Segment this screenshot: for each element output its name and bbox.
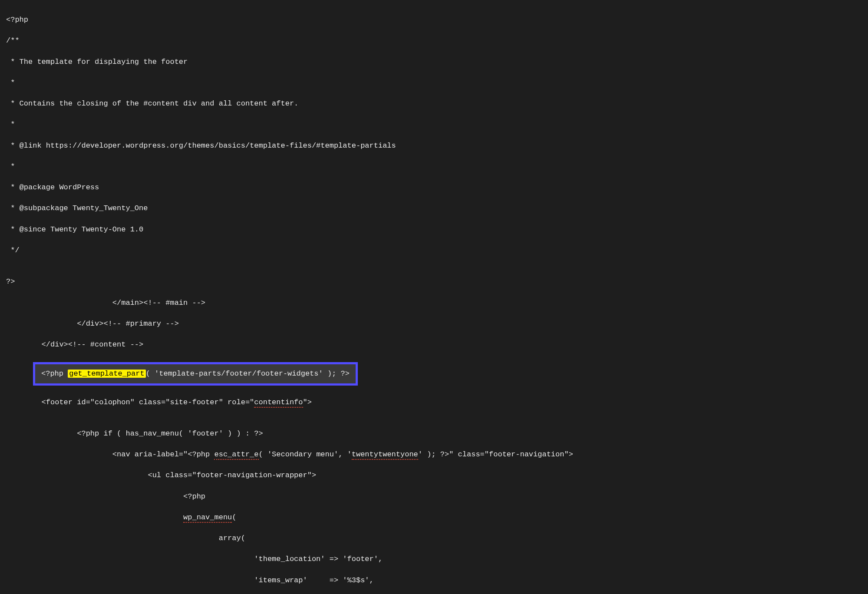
code-line: * The template for displaying the footer	[6, 57, 862, 67]
code-line: * @link https://developer.wordpress.org/…	[6, 141, 862, 151]
highlighted-code-box: <?php get_template_part( 'template-parts…	[33, 362, 358, 386]
code-line: <?php	[6, 15, 862, 25]
code-line: */	[6, 245, 862, 256]
code-line: </div><!-- #content -->	[6, 340, 862, 350]
code-line: <?php if ( has_nav_menu( 'footer' ) ) : …	[6, 429, 862, 439]
code-line: <?php	[6, 492, 862, 502]
code-line: array(	[6, 533, 862, 544]
code-line: *	[6, 119, 862, 130]
code-line: /**	[6, 36, 862, 46]
code-line: </main><!-- #main -->	[6, 298, 862, 308]
code-line: <nav aria-label="<?php esc_attr_e( 'Seco…	[6, 449, 862, 460]
highlighted-function-name: get_template_part	[68, 370, 145, 378]
code-line: ?>	[6, 277, 862, 287]
code-line: * @since Twenty Twenty-One 1.0	[6, 224, 862, 235]
code-line: * Contains the closing of the #content d…	[6, 99, 862, 109]
code-editor[interactable]: <?php /** * The template for displaying …	[0, 0, 868, 594]
code-line: <ul class="footer-navigation-wrapper">	[6, 470, 862, 481]
code-line: <footer id="colophon" class="site-footer…	[6, 397, 862, 408]
code-line: </div><!-- #primary -->	[6, 319, 862, 329]
code-line: * @subpackage Twenty_Twenty_One	[6, 203, 862, 214]
highlighted-code: <?php get_template_part( 'template-parts…	[41, 370, 350, 378]
code-line: *	[6, 162, 862, 172]
code-line: *	[6, 78, 862, 88]
code-line: 'items_wrap' => '%3$s',	[6, 575, 862, 586]
code-line: * @package WordPress	[6, 182, 862, 193]
code-line: 'theme_location' => 'footer',	[6, 554, 862, 564]
code-line: wp_nav_menu(	[6, 512, 862, 523]
